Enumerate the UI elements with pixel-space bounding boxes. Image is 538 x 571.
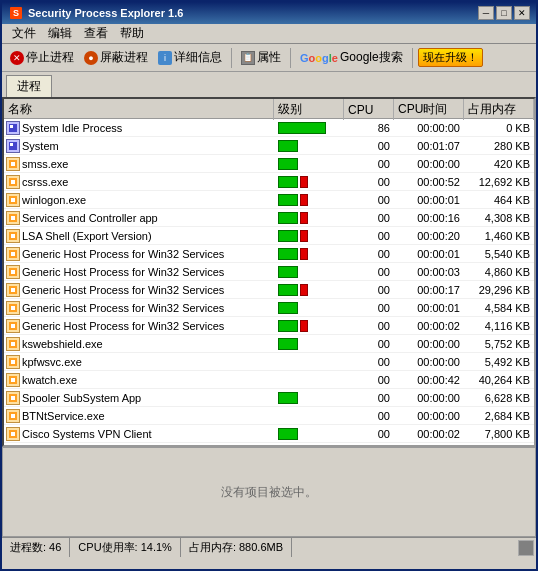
cpu-time-cell: 00:00:17 (394, 283, 464, 297)
details-icon: i (158, 51, 172, 65)
level-bar (278, 248, 308, 260)
svg-rect-5 (10, 143, 13, 146)
table-row[interactable]: kwatch.exe0000:00:4240,264 KB (4, 371, 534, 389)
cpu-cell: 00 (344, 409, 394, 423)
cpu-cell: 00 (344, 391, 394, 405)
table-row[interactable]: Generic Host Process for Win32 Services0… (4, 245, 534, 263)
level-bar (278, 176, 308, 188)
table-row[interactable]: winlogon.exe0000:00:01464 KB (4, 191, 534, 209)
svg-rect-19 (11, 270, 15, 274)
process-name: LSA Shell (Export Version) (22, 230, 152, 242)
properties-button[interactable]: 📋 属性 (237, 47, 285, 68)
table-row[interactable]: smss.exe0000:00:00420 KB (4, 155, 534, 173)
table-row[interactable]: Generic Host Process for Win32 Services0… (4, 299, 534, 317)
hide-icon: ● (84, 51, 98, 65)
level-bar-cell (274, 353, 344, 371)
process-name: BTNtService.exe (22, 410, 105, 422)
process-table: 名称 级别 CPU CPU时间 占用内存 System Idle Process… (2, 97, 536, 447)
svg-rect-11 (11, 198, 15, 202)
cpu-time-cell: 00:00:01 (394, 193, 464, 207)
header-cpu-time[interactable]: CPU时间 (394, 99, 464, 120)
header-cpu[interactable]: CPU (344, 99, 394, 120)
level-bar-cell (274, 245, 344, 263)
menu-edit[interactable]: 编辑 (42, 24, 78, 43)
svg-rect-21 (11, 288, 15, 292)
stop-process-button[interactable]: ✕ 停止进程 (6, 47, 78, 68)
process-name-cell: winlogon.exe (4, 192, 274, 208)
minimize-button[interactable]: ─ (478, 6, 494, 20)
cpu-cell: 00 (344, 211, 394, 225)
cpu-time-cell: 00:00:03 (394, 265, 464, 279)
process-icon (6, 427, 20, 441)
level-bar (278, 122, 326, 134)
process-name-cell: LSA Shell (Export Version) (4, 228, 274, 244)
process-name: Cisco Systems VPN Client (22, 428, 152, 440)
table-row[interactable]: Services and Controller app0000:00:164,3… (4, 209, 534, 227)
level-bar (278, 194, 308, 206)
mem-cell: 4,308 KB (464, 211, 534, 225)
table-row[interactable]: kswebshield.exe0000:00:005,752 KB (4, 335, 534, 353)
process-name: kswebshield.exe (22, 338, 103, 350)
process-name-cell: kswebshield.exe (4, 336, 274, 352)
table-row[interactable]: kpfwsvc.exe0000:00:005,492 KB (4, 353, 534, 371)
header-mem[interactable]: 占用内存 (464, 99, 534, 120)
tab-process[interactable]: 进程 (6, 75, 52, 97)
process-name-cell: Generic Host Process for Win32 Services (4, 300, 274, 316)
menu-file[interactable]: 文件 (6, 24, 42, 43)
svg-rect-37 (11, 432, 15, 436)
process-name-cell: smss.exe (4, 156, 274, 172)
process-name-cell: BTNtService.exe (4, 408, 274, 424)
process-icon (6, 391, 20, 405)
header-name[interactable]: 名称 (4, 99, 274, 120)
level-bar (278, 338, 298, 350)
level-bar-cell (274, 425, 344, 443)
cpu-cell: 00 (344, 175, 394, 189)
table-row[interactable]: Generic Host Process for Win32 Services0… (4, 317, 534, 335)
cpu-time-cell: 00:00:00 (394, 409, 464, 423)
menu-help[interactable]: 帮助 (114, 24, 150, 43)
upgrade-button[interactable]: 现在升级！ (418, 48, 483, 67)
table-row[interactable]: Generic Host Process for Win32 Services0… (4, 281, 534, 299)
level-bar (278, 392, 298, 404)
level-bar (278, 320, 308, 332)
process-icon (6, 355, 20, 369)
cpu-cell: 00 (344, 229, 394, 243)
process-icon (6, 229, 20, 243)
cpu-time-cell: 00:00:00 (394, 337, 464, 351)
cpu-cell: 00 (344, 319, 394, 333)
google-search-button[interactable]: Google Google搜索 (296, 47, 407, 68)
level-bar (278, 158, 298, 170)
cpu-time-cell: 00:00:16 (394, 211, 464, 225)
cpu-cell: 00 (344, 157, 394, 171)
cpu-time-cell: 00:00:00 (394, 121, 464, 135)
process-count: 进程数: 46 (2, 538, 70, 557)
menu-view[interactable]: 查看 (78, 24, 114, 43)
table-row[interactable]: Spooler SubSystem App0000:00:006,628 KB (4, 389, 534, 407)
mem-cell: 6,628 KB (464, 391, 534, 405)
details-button[interactable]: i 详细信息 (154, 47, 226, 68)
process-name-cell: csrss.exe (4, 174, 274, 190)
header-level[interactable]: 级别 (274, 99, 344, 120)
hide-process-button[interactable]: ● 屏蔽进程 (80, 47, 152, 68)
table-row[interactable]: Cisco Systems VPN Client0000:00:027,800 … (4, 425, 534, 443)
process-icon (6, 337, 20, 351)
cpu-time-cell: 00:00:00 (394, 391, 464, 405)
table-body[interactable]: System Idle Process8600:00:000 KBSystem0… (4, 119, 534, 445)
table-row[interactable]: System0000:01:07280 KB (4, 137, 534, 155)
no-selection-text: 没有项目被选中。 (221, 484, 317, 501)
cpu-time-cell: 00:00:02 (394, 427, 464, 441)
maximize-button[interactable]: □ (496, 6, 512, 20)
process-name-cell: System Idle Process (4, 120, 274, 136)
process-icon (6, 157, 20, 171)
table-row[interactable]: LSA Shell (Export Version)0000:00:201,46… (4, 227, 534, 245)
cpu-cell: 00 (344, 265, 394, 279)
details-label: 详细信息 (174, 49, 222, 66)
table-row[interactable]: csrss.exe0000:00:5212,692 KB (4, 173, 534, 191)
level-bar (278, 266, 298, 278)
table-row[interactable]: Generic Host Process for Win32 Services0… (4, 263, 534, 281)
close-button[interactable]: ✕ (514, 6, 530, 20)
table-row[interactable]: BTNtService.exe0000:00:002,684 KB (4, 407, 534, 425)
table-row[interactable]: System Idle Process8600:00:000 KB (4, 119, 534, 137)
cpu-cell: 00 (344, 427, 394, 441)
cpu-time-cell: 00:00:00 (394, 355, 464, 369)
